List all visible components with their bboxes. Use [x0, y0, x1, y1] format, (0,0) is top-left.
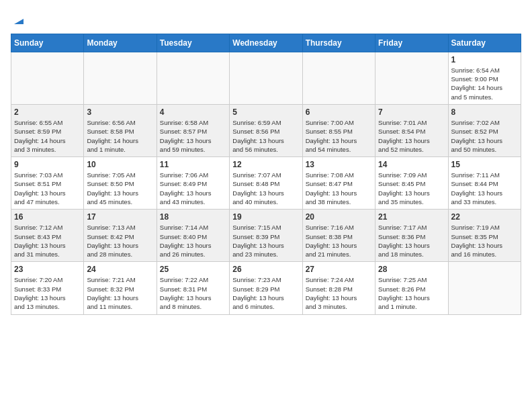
calendar-cell: 12Sunrise: 7:07 AM Sunset: 8:48 PM Dayli…	[230, 157, 302, 210]
day-number: 26	[232, 265, 299, 274]
calendar-cell: 11Sunrise: 7:06 AM Sunset: 8:49 PM Dayli…	[157, 157, 229, 210]
day-info: Sunrise: 7:21 AM Sunset: 8:32 PM Dayligh…	[87, 275, 153, 311]
calendar-week-5: 23Sunrise: 7:20 AM Sunset: 8:33 PM Dayli…	[11, 262, 521, 314]
day-number: 25	[160, 265, 226, 274]
calendar-cell: 2Sunrise: 6:55 AM Sunset: 8:59 PM Daylig…	[11, 104, 84, 156]
day-number: 15	[451, 160, 518, 169]
day-number: 28	[378, 265, 445, 274]
calendar-week-4: 16Sunrise: 7:12 AM Sunset: 8:43 PM Dayli…	[11, 210, 521, 262]
day-info: Sunrise: 7:19 AM Sunset: 8:35 PM Dayligh…	[451, 223, 518, 259]
calendar-week-2: 2Sunrise: 6:55 AM Sunset: 8:59 PM Daylig…	[11, 104, 521, 156]
day-number: 23	[14, 265, 81, 274]
calendar-cell: 4Sunrise: 6:58 AM Sunset: 8:57 PM Daylig…	[157, 104, 229, 156]
day-number: 9	[14, 160, 81, 169]
calendar-cell: 17Sunrise: 7:13 AM Sunset: 8:42 PM Dayli…	[84, 210, 157, 262]
day-info: Sunrise: 7:15 AM Sunset: 8:39 PM Dayligh…	[232, 223, 299, 259]
col-header-saturday: Saturday	[448, 34, 521, 52]
calendar-cell: 22Sunrise: 7:19 AM Sunset: 8:35 PM Dayli…	[448, 210, 521, 262]
day-number: 24	[87, 265, 153, 274]
day-info: Sunrise: 7:24 AM Sunset: 8:28 PM Dayligh…	[306, 275, 372, 311]
calendar-week-1: 1Sunrise: 6:54 AM Sunset: 9:00 PM Daylig…	[11, 52, 521, 104]
calendar-cell: 6Sunrise: 7:00 AM Sunset: 8:55 PM Daylig…	[302, 104, 375, 156]
day-number: 14	[378, 160, 445, 169]
calendar-cell: 24Sunrise: 7:21 AM Sunset: 8:32 PM Dayli…	[84, 262, 157, 314]
day-info: Sunrise: 7:03 AM Sunset: 8:51 PM Dayligh…	[14, 171, 81, 206]
calendar-cell	[375, 52, 448, 104]
day-number: 4	[160, 107, 226, 117]
day-info: Sunrise: 7:23 AM Sunset: 8:29 PM Dayligh…	[232, 275, 299, 311]
col-header-thursday: Thursday	[302, 34, 375, 52]
day-number: 16	[14, 212, 81, 222]
day-number: 19	[232, 212, 299, 222]
day-number: 7	[378, 107, 445, 117]
calendar-cell: 28Sunrise: 7:25 AM Sunset: 8:26 PM Dayli…	[375, 262, 448, 314]
day-info: Sunrise: 7:20 AM Sunset: 8:33 PM Dayligh…	[14, 275, 81, 311]
calendar-cell: 23Sunrise: 7:20 AM Sunset: 8:33 PM Dayli…	[11, 262, 84, 314]
logo	[11, 11, 26, 26]
calendar-cell: 26Sunrise: 7:23 AM Sunset: 8:29 PM Dayli…	[230, 262, 302, 314]
calendar-cell: 1Sunrise: 6:54 AM Sunset: 9:00 PM Daylig…	[448, 52, 521, 104]
day-info: Sunrise: 7:05 AM Sunset: 8:50 PM Dayligh…	[87, 171, 153, 206]
day-info: Sunrise: 6:59 AM Sunset: 8:56 PM Dayligh…	[232, 118, 299, 154]
calendar-cell: 13Sunrise: 7:08 AM Sunset: 8:47 PM Dayli…	[302, 157, 375, 210]
calendar-cell: 8Sunrise: 7:02 AM Sunset: 8:52 PM Daylig…	[448, 104, 521, 156]
calendar-cell: 27Sunrise: 7:24 AM Sunset: 8:28 PM Dayli…	[302, 262, 375, 314]
page-header	[11, 11, 521, 26]
day-number: 5	[232, 107, 299, 117]
day-number: 8	[451, 107, 518, 117]
day-number: 27	[306, 265, 372, 274]
day-info: Sunrise: 7:14 AM Sunset: 8:40 PM Dayligh…	[160, 223, 226, 259]
day-info: Sunrise: 7:02 AM Sunset: 8:52 PM Dayligh…	[451, 118, 518, 154]
day-number: 18	[160, 212, 226, 222]
svg-marker-0	[14, 19, 24, 24]
calendar-cell: 14Sunrise: 7:09 AM Sunset: 8:45 PM Dayli…	[375, 157, 448, 210]
day-info: Sunrise: 7:06 AM Sunset: 8:49 PM Dayligh…	[160, 171, 226, 206]
calendar-cell: 9Sunrise: 7:03 AM Sunset: 8:51 PM Daylig…	[11, 157, 84, 210]
col-header-tuesday: Tuesday	[157, 34, 229, 52]
day-info: Sunrise: 6:55 AM Sunset: 8:59 PM Dayligh…	[14, 118, 81, 154]
calendar-header-row: SundayMondayTuesdayWednesdayThursdayFrid…	[11, 34, 521, 52]
calendar-cell	[448, 262, 521, 314]
calendar-cell	[302, 52, 375, 104]
day-info: Sunrise: 6:58 AM Sunset: 8:57 PM Dayligh…	[160, 118, 226, 154]
calendar-table: SundayMondayTuesdayWednesdayThursdayFrid…	[11, 34, 521, 315]
day-number: 1	[451, 55, 518, 64]
calendar-cell: 3Sunrise: 6:56 AM Sunset: 8:58 PM Daylig…	[84, 104, 157, 156]
day-number: 21	[378, 212, 445, 222]
day-info: Sunrise: 6:54 AM Sunset: 9:00 PM Dayligh…	[451, 66, 518, 101]
day-info: Sunrise: 7:22 AM Sunset: 8:31 PM Dayligh…	[160, 275, 226, 311]
col-header-wednesday: Wednesday	[230, 34, 302, 52]
day-info: Sunrise: 7:17 AM Sunset: 8:36 PM Dayligh…	[378, 223, 445, 259]
calendar-cell	[157, 52, 229, 104]
calendar-cell	[230, 52, 302, 104]
calendar-cell: 18Sunrise: 7:14 AM Sunset: 8:40 PM Dayli…	[157, 210, 229, 262]
col-header-monday: Monday	[84, 34, 157, 52]
day-number: 12	[232, 160, 299, 169]
calendar-cell: 15Sunrise: 7:11 AM Sunset: 8:44 PM Dayli…	[448, 157, 521, 210]
day-info: Sunrise: 7:12 AM Sunset: 8:43 PM Dayligh…	[14, 223, 81, 259]
calendar-cell: 7Sunrise: 7:01 AM Sunset: 8:54 PM Daylig…	[375, 104, 448, 156]
day-info: Sunrise: 7:16 AM Sunset: 8:38 PM Dayligh…	[306, 223, 372, 259]
day-info: Sunrise: 7:09 AM Sunset: 8:45 PM Dayligh…	[378, 171, 445, 206]
calendar-cell: 20Sunrise: 7:16 AM Sunset: 8:38 PM Dayli…	[302, 210, 375, 262]
calendar-cell: 16Sunrise: 7:12 AM Sunset: 8:43 PM Dayli…	[11, 210, 84, 262]
day-number: 22	[451, 212, 518, 222]
col-header-sunday: Sunday	[11, 34, 84, 52]
day-number: 17	[87, 212, 153, 222]
col-header-friday: Friday	[375, 34, 448, 52]
day-info: Sunrise: 7:07 AM Sunset: 8:48 PM Dayligh…	[232, 171, 299, 206]
day-number: 20	[306, 212, 372, 222]
day-info: Sunrise: 7:08 AM Sunset: 8:47 PM Dayligh…	[306, 171, 372, 206]
day-info: Sunrise: 7:13 AM Sunset: 8:42 PM Dayligh…	[87, 223, 153, 259]
day-info: Sunrise: 7:00 AM Sunset: 8:55 PM Dayligh…	[306, 118, 372, 154]
day-number: 10	[87, 160, 153, 169]
calendar-week-3: 9Sunrise: 7:03 AM Sunset: 8:51 PM Daylig…	[11, 157, 521, 210]
day-number: 6	[306, 107, 372, 117]
logo-icon	[11, 12, 26, 27]
day-number: 11	[160, 160, 226, 169]
calendar-cell: 19Sunrise: 7:15 AM Sunset: 8:39 PM Dayli…	[230, 210, 302, 262]
calendar-cell	[11, 52, 84, 104]
day-info: Sunrise: 6:56 AM Sunset: 8:58 PM Dayligh…	[87, 118, 153, 154]
calendar-cell: 21Sunrise: 7:17 AM Sunset: 8:36 PM Dayli…	[375, 210, 448, 262]
calendar-cell: 5Sunrise: 6:59 AM Sunset: 8:56 PM Daylig…	[230, 104, 302, 156]
